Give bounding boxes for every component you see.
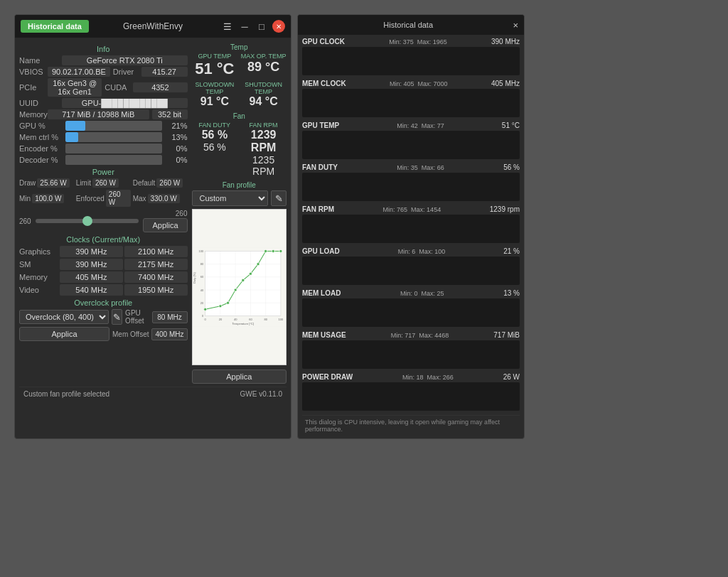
uuid-value: GPU-████████████ [62, 98, 188, 108]
decoder-bar [65, 155, 162, 165]
max-cell: Max 330.0 W [133, 190, 188, 207]
overclock-edit-button[interactable]: ✎ [112, 309, 122, 325]
sm-label: SM [19, 260, 58, 269]
fan-chart-container: 0 20 40 60 80 100 0 20 40 60 80 100 [192, 209, 287, 365]
hist-row-mem-load: MEM LOAD Min: 0 Max: 25 13 % [302, 289, 520, 327]
overclock-apply-button[interactable]: Applica [19, 327, 109, 341]
power-slider-track[interactable] [36, 219, 139, 223]
minimize-button[interactable]: ─ [238, 20, 251, 33]
hist-row-fan-duty: FAN DUTY Min: 35 Max: 66 56 % [302, 163, 520, 201]
video-max: 1950 MHz [124, 284, 188, 296]
svg-text:80: 80 [264, 318, 267, 321]
hist-row-gpu-temp: GPU TEMP Min: 42 Max: 77 51 °C [302, 122, 520, 159]
name-row: Name GeForce RTX 2080 Ti [19, 55, 188, 65]
hist-row-header: MEM USAGE Min: 717 Max: 4468 717 MiB [302, 331, 520, 339]
memory-value: 717 MiB / 10988 MiB [48, 109, 149, 119]
svg-text:20: 20 [200, 301, 203, 305]
power-apply-button[interactable]: Applica [143, 218, 187, 232]
draw-value: 25.66 W [37, 178, 69, 188]
fan-apply-button[interactable]: Applica [192, 370, 287, 384]
min-label: Min [19, 195, 31, 203]
shutdown-temp-label: SHUTDOWN TEMP [240, 81, 287, 95]
svg-point-24 [203, 308, 206, 311]
hist-chart [302, 173, 520, 201]
max-value: 330.0 W [148, 194, 180, 203]
mem-ctrl-row: Mem ctrl % 13% [19, 132, 188, 142]
sm-current: 390 MHz [60, 259, 123, 270]
svg-point-33 [279, 249, 282, 252]
hist-metric-stats: Min: 42 Max: 77 [397, 122, 444, 129]
left-panel: Info Name GeForce RTX 2080 Ti VBIOS 90.0… [19, 42, 188, 384]
historical-data-button[interactable]: Historical data [21, 20, 89, 33]
hist-warning: This dialog is CPU intensive, leaving it… [302, 415, 520, 436]
right-sub-panel: Temp GPU TEMP 51 °C MAX OP. TEMP 89 °C S… [192, 42, 287, 384]
hist-metric-stats: Min: 6 Max: 100 [398, 248, 446, 255]
hist-chart [302, 340, 520, 369]
hist-metric-value: 1239 rpm [490, 205, 520, 213]
fan-profile-edit-button[interactable]: ✎ [271, 190, 287, 206]
hist-row-gpu-clock: GPU CLOCK Min: 375 Max: 1965 390 MHz [302, 38, 520, 75]
memory-clock-label: Memory [19, 273, 58, 281]
maximize-button[interactable]: □ [255, 20, 268, 33]
svg-text:100: 100 [278, 318, 283, 321]
temp-section-header: Temp [192, 42, 287, 53]
status-text: Custom fan profile selected [23, 390, 109, 398]
overclock-select[interactable]: Overclock (80, 400) [19, 310, 109, 324]
svg-text:40: 40 [233, 318, 237, 321]
max-op-temp-cell: MAX OP. TEMP 89 °C [240, 53, 287, 78]
mem-ctrl-value: 13% [166, 133, 188, 141]
info-header: Info [19, 45, 188, 53]
overclock-profile-row: Overclock (80, 400) ✎ GPU Offset 80 MHz [19, 309, 188, 325]
name-label: Name [19, 56, 62, 65]
mem-offset-value: 400 MHz [151, 328, 187, 340]
fan-profile-header: Fan profile [192, 180, 287, 190]
fan-duty-value1: 56 % [192, 129, 238, 141]
hist-metric-value: 717 MiB [493, 331, 520, 339]
hist-metric-stats: Min: 405 Max: 7000 [390, 80, 448, 87]
svg-text:40: 40 [200, 288, 203, 292]
hist-metric-value: 51 °C [502, 122, 520, 129]
encoder-label: Encoder % [19, 144, 65, 153]
max-label: Max [133, 195, 146, 203]
svg-text:80: 80 [200, 262, 203, 266]
hist-metric-stats: Min: 765 Max: 1454 [383, 206, 441, 213]
name-value: GeForce RTX 2080 Ti [62, 55, 188, 65]
menu-button[interactable]: ☰ [221, 20, 234, 33]
version-text: GWE v0.11.0 [240, 390, 282, 398]
hist-chart [302, 382, 520, 411]
svg-point-32 [272, 249, 274, 252]
hist-row-header: GPU LOAD Min: 6 Max: 100 21 % [302, 247, 520, 255]
hist-metric-value: 405 MHz [491, 80, 520, 87]
gpu-temp-label: GPU TEMP [192, 53, 238, 60]
gpu-temp-cell: GPU TEMP 51 °C [192, 53, 238, 78]
vbios-half: VBIOS 90.02.17.00.BE [19, 67, 110, 77]
svg-rect-1 [205, 251, 280, 316]
svg-point-29 [249, 272, 252, 275]
hist-metric-stats: Min: 0 Max: 25 [400, 290, 444, 297]
close-button[interactable]: ✕ [272, 20, 285, 33]
hist-metric-label: GPU CLOCK [302, 38, 345, 45]
svg-text:100: 100 [198, 249, 203, 253]
encoder-bar [65, 144, 162, 153]
driver-value: 415.27 [141, 67, 188, 77]
svg-text:Temperature [°C]: Temperature [°C] [232, 322, 254, 325]
enforced-cell: Enforced 260 W [76, 190, 131, 207]
slowdown-temp-value: 91 °C [192, 95, 238, 108]
hist-metric-label: POWER DRAW [302, 373, 353, 381]
hist-metric-value: 390 MHz [491, 38, 520, 45]
hist-row-header: FAN DUTY Min: 35 Max: 66 56 % [302, 163, 520, 171]
limit-label: Limit [76, 179, 91, 187]
svg-point-25 [218, 305, 221, 308]
fan-profile-select-row: Custom ✎ [192, 190, 287, 206]
encoder-row: Encoder % 0% [19, 144, 188, 153]
mem-ctrl-bar [65, 132, 162, 142]
max-op-temp-value: 89 °C [240, 60, 287, 75]
svg-text:60: 60 [200, 275, 203, 279]
graphics-current: 390 MHz [60, 246, 123, 257]
fan-section-header: Fan [192, 111, 287, 122]
hist-chart [302, 47, 520, 75]
fan-profile-select[interactable]: Custom [192, 190, 269, 206]
hist-content: GPU CLOCK Min: 375 Max: 1965 390 MHz MEM… [298, 35, 524, 438]
fan-duty-cell: FAN DUTY 56 % 56 % [192, 122, 238, 177]
hist-close-button[interactable]: × [513, 20, 518, 31]
